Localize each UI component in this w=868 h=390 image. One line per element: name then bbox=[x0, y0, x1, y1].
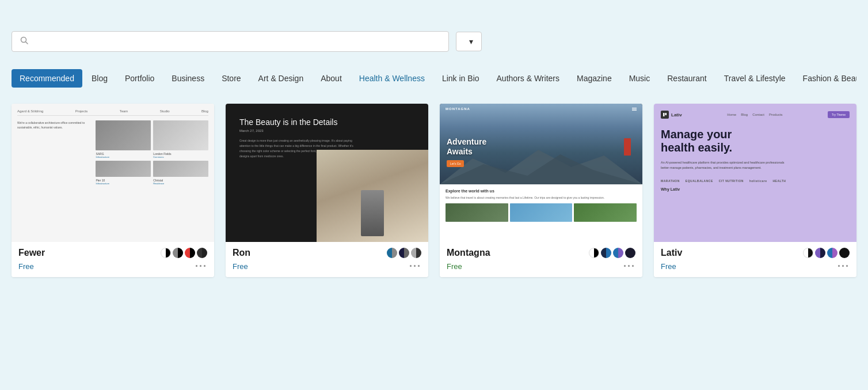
ron-date: March 27, 2023 bbox=[239, 129, 414, 132]
category-btn-store[interactable]: Store bbox=[214, 69, 249, 88]
swatch-black2[interactable] bbox=[625, 248, 635, 258]
fewer-nav-team: Team bbox=[120, 109, 128, 113]
theme-menu-btn-fewer[interactable]: ··· bbox=[195, 260, 207, 272]
ron-image bbox=[317, 150, 428, 242]
theme-menu-btn-lativ[interactable]: ··· bbox=[837, 260, 850, 272]
swatch-red-black[interactable] bbox=[185, 248, 195, 258]
theme-price-montagna: Free bbox=[447, 262, 462, 271]
lativ-logo-cit: CIT NUTRITION bbox=[719, 179, 744, 183]
theme-name-row-lativ: Lativ bbox=[661, 248, 850, 258]
swatch-blue-gray[interactable] bbox=[387, 248, 397, 258]
theme-preview-wrapper-montagna[interactable]: MONTAGNA AdventureAwaits Let's Go Explor… bbox=[440, 104, 642, 242]
theme-card-ron[interactable]: The Beauty is in the Details March 27, 2… bbox=[226, 104, 428, 277]
category-btn-travel-lifestyle[interactable]: Travel & Lifestyle bbox=[716, 69, 794, 88]
fewer-sublabel-4: Residence bbox=[153, 182, 208, 185]
category-btn-business[interactable]: Business bbox=[163, 69, 212, 88]
theme-name-lativ: Lativ bbox=[661, 248, 682, 258]
swatch-white-black2[interactable] bbox=[589, 248, 599, 258]
fewer-img-1 bbox=[96, 120, 151, 150]
theme-card-montagna[interactable]: MONTAGNA AdventureAwaits Let's Go Explor… bbox=[440, 104, 642, 277]
page-wrapper: ▾ RecommendedBlogPortfolioBusinessStoreA… bbox=[0, 0, 868, 390]
search-input[interactable] bbox=[33, 37, 440, 47]
montagna-lower: Explore the world with us We believe tha… bbox=[440, 184, 642, 242]
lativ-nav: Lativ Home Blog Contact Products Try The… bbox=[661, 111, 850, 119]
theme-menu-btn-montagna[interactable]: ··· bbox=[623, 260, 635, 272]
category-btn-portfolio[interactable]: Portfolio bbox=[117, 69, 162, 88]
theme-price-fewer: Free bbox=[18, 262, 34, 271]
fewer-img-4 bbox=[153, 161, 208, 177]
svg-line-1 bbox=[26, 42, 28, 44]
ron-lamp-decoration bbox=[361, 190, 384, 236]
theme-preview-ron: The Beauty is in the Details March 27, 2… bbox=[226, 104, 428, 242]
fewer-brand: Agard & Söldring bbox=[17, 109, 43, 113]
swatch-blue2-purple[interactable] bbox=[613, 248, 623, 258]
lativ-logo-equal: EQUALBALANCE bbox=[686, 179, 713, 183]
lativ-logo: Lativ bbox=[661, 111, 682, 119]
svg-rect-5 bbox=[665, 113, 667, 115]
montagna-brand: MONTAGNA bbox=[446, 107, 470, 111]
theme-preview-wrapper-lativ[interactable]: Lativ Home Blog Contact Products Try The… bbox=[654, 104, 856, 242]
swatch-darkblue-gray[interactable] bbox=[399, 248, 409, 258]
chevron-down-icon: ▾ bbox=[469, 37, 473, 46]
theme-preview-wrapper-fewer[interactable]: Agard & Söldring Projects Team Studio Bl… bbox=[12, 104, 214, 242]
theme-price-lativ: Free bbox=[661, 262, 676, 271]
category-btn-fashion-beauty[interactable]: Fashion & Beauty bbox=[795, 69, 856, 88]
theme-name-montagna: Montagna bbox=[447, 248, 490, 258]
swatch-blue3-purple2[interactable] bbox=[827, 248, 837, 258]
montagna-lower-text: We believe that travel is about creating… bbox=[446, 195, 637, 200]
swatch-gray2-dark[interactable] bbox=[411, 248, 421, 258]
montagna-person-icon bbox=[624, 138, 631, 156]
fewer-img-2 bbox=[153, 120, 208, 150]
theme-card-fewer[interactable]: Agard & Söldring Projects Team Studio Bl… bbox=[12, 104, 214, 277]
lativ-logo-marathon: MARATHON bbox=[661, 179, 680, 183]
theme-price-row-fewer: Free ··· bbox=[18, 260, 207, 272]
theme-name-ron: Ron bbox=[233, 248, 250, 258]
montagna-photo-1 bbox=[446, 203, 508, 222]
lativ-partner-logos: MARATHON EQUALBALANCE CIT NUTRITION holi… bbox=[661, 179, 850, 183]
swatch-white2-black3[interactable] bbox=[803, 248, 813, 258]
category-btn-art-design[interactable]: Art & Design bbox=[250, 69, 312, 88]
category-btn-music[interactable]: Music bbox=[621, 69, 658, 88]
color-swatches-fewer bbox=[161, 248, 207, 258]
color-swatches-lativ bbox=[803, 248, 850, 258]
theme-menu-btn-ron[interactable]: ··· bbox=[409, 260, 421, 272]
category-btn-authors-writers[interactable]: Authors & Writers bbox=[489, 69, 568, 88]
lativ-nav-blog: Blog bbox=[741, 113, 748, 116]
fewer-nav-blog: Blog bbox=[201, 109, 208, 113]
swatch-dark-dark[interactable] bbox=[197, 248, 207, 258]
color-swatches-montagna bbox=[589, 248, 635, 258]
ron-title: The Beauty is in the Details bbox=[239, 118, 414, 127]
montagna-nav: MONTAGNA bbox=[440, 104, 642, 114]
swatch-gray-black[interactable] bbox=[173, 248, 183, 258]
lativ-headline: Manage yourhealth easily. bbox=[661, 128, 850, 154]
montagna-photo-2 bbox=[510, 203, 573, 222]
lativ-nav-products: Products bbox=[769, 113, 783, 116]
swatch-black3[interactable] bbox=[839, 248, 850, 258]
category-btn-blog[interactable]: Blog bbox=[83, 69, 116, 88]
theme-info-ron: Ron Free ··· bbox=[226, 242, 428, 277]
montagna-cta-btn[interactable]: Let's Go bbox=[447, 160, 464, 167]
theme-name-row-fewer: Fewer bbox=[18, 248, 207, 258]
swatch-purple-darkblue3[interactable] bbox=[815, 248, 825, 258]
category-btn-link-in-bio[interactable]: Link in Bio bbox=[434, 69, 488, 88]
category-btn-magazine[interactable]: Magazine bbox=[569, 69, 620, 88]
category-nav: RecommendedBlogPortfolioBusinessStoreArt… bbox=[12, 69, 856, 90]
view-dropdown[interactable]: ▾ bbox=[456, 32, 482, 51]
theme-preview-wrapper-ron[interactable]: The Beauty is in the Details March 27, 2… bbox=[226, 104, 428, 242]
fewer-content: We're a collaborative architecture offic… bbox=[17, 120, 208, 185]
swatch-darkblue2-blue[interactable] bbox=[601, 248, 611, 258]
category-btn-recommended[interactable]: Recommended bbox=[12, 69, 82, 88]
fewer-img-3 bbox=[96, 161, 151, 177]
lativ-logo-icon bbox=[661, 111, 669, 119]
theme-card-lativ[interactable]: Lativ Home Blog Contact Products Try The… bbox=[654, 104, 856, 277]
themes-grid: Agard & Söldring Projects Team Studio Bl… bbox=[12, 104, 856, 277]
montagna-hero-bg: MONTAGNA AdventureAwaits Let's Go bbox=[440, 104, 642, 184]
category-btn-restaurant[interactable]: Restaurant bbox=[659, 69, 714, 88]
lativ-try-btn[interactable]: Try Theme bbox=[828, 111, 850, 118]
theme-info-lativ: Lativ Free ··· bbox=[654, 242, 856, 277]
category-btn-health-wellness[interactable]: Health & Wellness bbox=[351, 69, 433, 88]
swatch-white-black[interactable] bbox=[161, 248, 171, 258]
category-btn-about[interactable]: About bbox=[313, 69, 350, 88]
montagna-headline: AdventureAwaits bbox=[447, 137, 486, 157]
fewer-nav-projects: Projects bbox=[75, 109, 88, 113]
